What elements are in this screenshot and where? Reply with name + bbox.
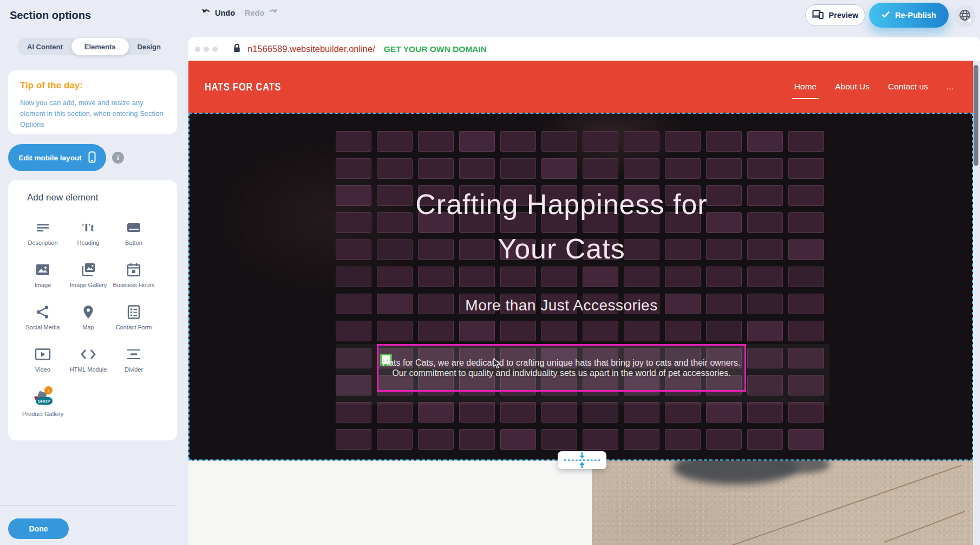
lock-icon [233,43,241,55]
hero-tile [706,402,742,423]
site-header: HATS FOR CATS Home About Us Contact us .… [188,61,973,113]
edit-mobile-layout-button[interactable]: Edit mobile layout [8,144,106,171]
language-globe-button[interactable] [954,5,976,27]
element-html-module[interactable]: HTML Module [66,342,111,384]
site-logo[interactable]: HATS FOR CATS [205,81,281,93]
element-product-gallery[interactable]: ↑ SHOP Product Gallery [20,384,66,426]
selected-hero-section[interactable]: Crafting Happiness for Your Cats More th… [188,113,973,460]
hero-tile [500,429,536,450]
hero-tile [665,158,701,179]
url-text[interactable]: n1566589.websitebuilder.online/ [247,44,375,54]
hero-tile [418,131,454,152]
selected-paragraph-element[interactable]: Hats for Cats, we are dedicated to craft… [377,344,746,392]
contact-form-icon [126,304,142,320]
hero-tile [624,158,659,179]
add-element-title: Add new element [27,192,177,203]
site-nav: Home About Us Contact us ... [793,76,955,97]
hero-tile [418,158,454,179]
nav-more-menu[interactable]: ... [945,76,955,97]
hero-tile [788,429,824,450]
hero-tile [788,321,824,341]
hero-tile [459,158,495,179]
element-divider[interactable]: Divider [111,342,156,384]
hero-tile [541,158,577,179]
hero-tile [541,429,577,450]
redo-icon [268,8,278,17]
element-social-media[interactable]: Social Media [20,300,66,342]
description-icon [35,219,51,236]
hero-tile [583,402,618,423]
hero-tile [706,429,742,450]
nav-about-us[interactable]: About Us [834,76,871,97]
element-image[interactable]: Image [20,257,66,300]
map-icon [80,304,96,320]
hero-tile [583,158,618,179]
hero-tile [788,402,824,423]
resize-handle-icon [558,451,606,469]
hero-heading: Crafting Happiness for Your Cats [190,182,933,271]
republish-button[interactable]: Re-Publish [869,3,949,28]
republish-label: Re-Publish [895,11,936,20]
element-image-gallery[interactable]: Image Gallery [66,257,111,300]
element-contact-form[interactable]: Contact Form [111,300,156,342]
hero-tile [459,131,495,152]
hero-tile [377,158,413,179]
tab-elements[interactable]: Elements [71,38,129,55]
scrollbar-thumb[interactable] [974,65,978,166]
hero-tile [706,131,742,152]
hero-tile [747,402,783,423]
redo-button[interactable]: Redo [245,8,278,17]
element-business-hours[interactable]: Business Hours [111,257,156,300]
site-preview: HATS FOR CATS Home About Us Contact us .… [188,61,973,545]
get-your-own-domain-link[interactable]: GET YOUR OWN DOMAIN [384,44,487,54]
hero-tile [747,429,783,450]
hero-tile [377,131,413,152]
hero-tile [747,131,783,152]
social-media-icon [35,304,51,320]
hero-tile [336,402,371,423]
hero-tile [665,321,701,341]
video-icon [35,346,51,362]
element-map[interactable]: Map [66,300,111,342]
hero-tile [541,131,577,152]
hero-tile [788,158,824,179]
undo-button[interactable]: Undo [201,8,235,17]
element-description[interactable]: Description [20,215,66,257]
divider-icon [126,346,142,362]
image-icon [35,262,51,278]
hero-tile [377,429,413,450]
hero-tile [500,131,536,152]
nav-contact-us[interactable]: Contact us [887,76,929,97]
hero-tile [665,131,701,152]
preview-button[interactable]: Preview [805,4,865,26]
info-icon[interactable]: i [112,152,124,164]
nav-home[interactable]: Home [793,76,818,97]
app-root: Section options Undo Redo Preview Re-Pub… [0,0,980,545]
element-button[interactable]: Button [111,215,156,257]
hero-tile [500,158,536,179]
tab-ai-content[interactable]: AI Content [18,38,71,55]
hero-tile [583,321,618,341]
hero-tile [336,321,371,341]
business-hours-icon [126,262,142,278]
product-gallery-icon: ↑ SHOP [33,388,53,407]
tab-design[interactable]: Design [129,38,169,55]
undo-label: Undo [215,9,235,17]
hero-tile [624,429,659,450]
done-button[interactable]: Done [8,518,69,539]
element-heading[interactable]: Tt Heading [66,215,111,257]
hero-tile [377,321,413,341]
browser-dots-icon [195,47,218,52]
button-icon [126,219,142,236]
section-resize-handle[interactable] [558,451,606,469]
element-video[interactable]: Video [20,342,66,384]
edit-mobile-label: Edit mobile layout [18,154,81,162]
next-section [188,460,973,545]
hero-tile [747,158,783,179]
globe-badge-dot [968,18,971,22]
tip-body: Now you can add, move and resize any ele… [20,98,167,130]
add-new-element-panel: Add new element Description Tt Heading B… [8,180,177,440]
hero-tile [747,321,783,341]
sidebar-divider [0,505,177,505]
hero-tile [500,402,536,423]
